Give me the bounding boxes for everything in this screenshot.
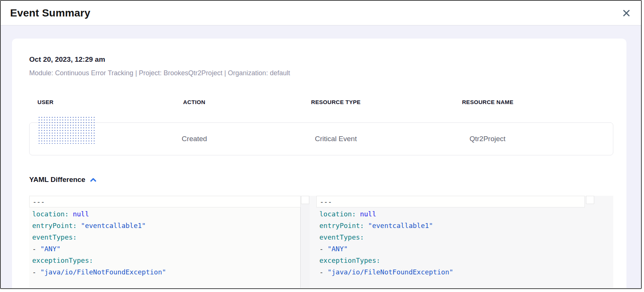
yaml-code-left: --- location: nullentryPoint: "eventcall…: [29, 196, 301, 288]
yaml-highlighted-line-left: ---: [29, 196, 300, 207]
yaml-lines-left: location: nullentryPoint: "eventcallable…: [29, 207, 300, 278]
scrollbar-thumb-left[interactable]: [301, 196, 309, 204]
yaml-highlighted-line-right: ---: [316, 196, 613, 207]
redacted-user-pattern: [38, 116, 95, 144]
cell-user: [30, 125, 129, 153]
yaml-difference-toggle[interactable]: YAML Difference: [29, 175, 97, 185]
yaml-diff-panel-right[interactable]: --- location: nullentryPoint: "eventcall…: [310, 196, 613, 288]
cell-resource-type: Critical Event: [260, 135, 411, 143]
event-detail-card: Oct 20, 2023, 12:29 am Module: Continuou…: [12, 39, 626, 289]
yaml-diff-viewer: --- location: nullentryPoint: "eventcall…: [29, 196, 613, 288]
yaml-code-line: exceptionTypes:: [32, 255, 300, 266]
scrollbar-thumb-right[interactable]: [586, 196, 594, 204]
yaml-code-line: exceptionTypes:: [319, 255, 613, 266]
yaml-code-line: eventTypes:: [319, 231, 613, 243]
event-summary-window: Event Summary Oct 20, 2023, 12:29 am Mod…: [0, 0, 642, 289]
close-button[interactable]: [620, 7, 633, 19]
yaml-code-line: entryPoint: "eventcallable1": [319, 220, 613, 231]
yaml-code-line: location: null: [319, 208, 613, 220]
cell-action: Created: [129, 135, 260, 143]
yaml-code-line: - "ANY": [32, 243, 300, 255]
yaml-lines-right: location: nullentryPoint: "eventcallable…: [316, 207, 613, 278]
yaml-diff-panel-left[interactable]: --- location: nullentryPoint: "eventcall…: [29, 196, 310, 288]
chevron-up-icon: [90, 177, 97, 182]
x-icon: [622, 9, 631, 17]
column-header-user: USER: [29, 99, 128, 105]
modal-body: Oct 20, 2023, 12:29 am Module: Continuou…: [1, 25, 641, 289]
modal-header: Event Summary: [1, 1, 641, 25]
yaml-first-line-left: ---: [29, 196, 301, 207]
page-title: Event Summary: [10, 7, 90, 19]
scrollbar-track-left[interactable]: [301, 196, 310, 288]
yaml-code-line: location: null: [32, 208, 300, 220]
table-row: Created Critical Event Qtr2Project: [29, 122, 613, 155]
column-header-resource-name: RESOURCE NAME: [412, 99, 564, 105]
event-context: Module: Continuous Error Tracking | Proj…: [29, 69, 612, 77]
yaml-code-line: - "ANY": [319, 243, 613, 255]
yaml-code-line: - "java/io/FileNotFoundException": [32, 266, 300, 278]
yaml-code-line: - "java/io/FileNotFoundException": [319, 266, 613, 278]
yaml-difference-label: YAML Difference: [29, 175, 85, 185]
yaml-code-line: entryPoint: "eventcallable1": [32, 220, 300, 231]
cell-resource-name: Qtr2Project: [411, 135, 563, 143]
event-timestamp: Oct 20, 2023, 12:29 am: [29, 55, 612, 64]
yaml-code-line: eventTypes:: [32, 231, 300, 243]
column-header-action: ACTION: [128, 99, 260, 105]
table-header-row: USER ACTION RESOURCE TYPE RESOURCE NAME: [29, 99, 613, 105]
yaml-first-line-right: ---: [316, 196, 585, 207]
column-header-resource-type: RESOURCE TYPE: [260, 99, 412, 105]
